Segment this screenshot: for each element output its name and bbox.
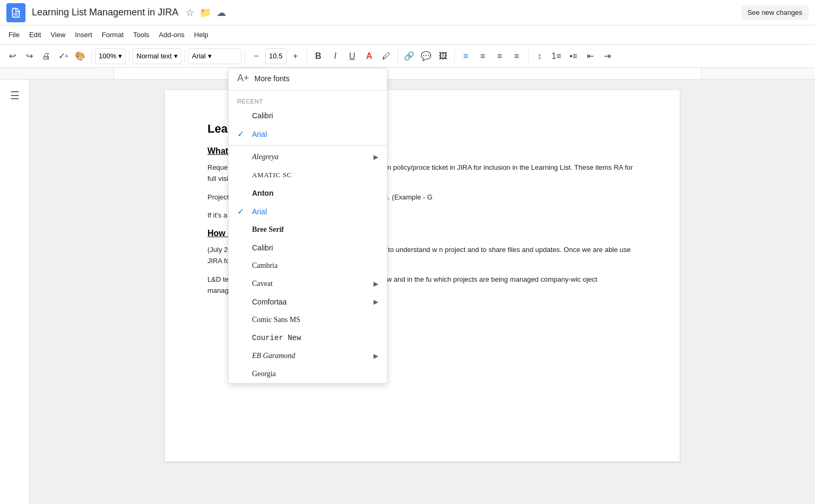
font-family-select[interactable]: Arial ▾: [188, 48, 241, 64]
align-right-button[interactable]: ≡: [492, 48, 508, 64]
divider-3: [185, 50, 185, 63]
folder-icon[interactable]: 📁: [200, 7, 211, 19]
divider-2: [129, 50, 129, 63]
font-size-input[interactable]: 10.5: [265, 48, 287, 64]
link-button[interactable]: 🔗: [401, 48, 417, 64]
divider-8: [528, 50, 528, 63]
image-button[interactable]: 🖼: [435, 48, 451, 64]
zoom-select[interactable]: 100% ▾: [95, 48, 126, 64]
bullet-list-button[interactable]: •≡: [566, 48, 582, 64]
arrow-comfortaa: ▶: [374, 298, 378, 306]
menu-help[interactable]: Help: [190, 29, 213, 41]
more-fonts-icon: A+: [237, 73, 249, 84]
font-family-arrow: ▾: [208, 52, 212, 60]
paint-format-button[interactable]: 🎨: [72, 48, 88, 64]
font-item-bree[interactable]: Bree Serif: [229, 221, 387, 239]
font-size-decrease[interactable]: −: [248, 48, 264, 64]
divider-1: [91, 50, 92, 63]
font-item-amatic[interactable]: Amatic SC: [229, 166, 387, 184]
check-icon-courier: [237, 333, 248, 343]
comment-button[interactable]: 💬: [418, 48, 434, 64]
check-icon-alegreya: [237, 152, 248, 162]
print-button[interactable]: 🖨: [38, 48, 54, 64]
redo-button[interactable]: ↪: [21, 48, 37, 64]
title-bar: Learning List Management in JIRA ☆ 📁 ☁ S…: [0, 0, 815, 25]
title-icons: ☆ 📁 ☁: [186, 7, 226, 19]
check-icon-bree: [237, 225, 248, 234]
font-item-calibri-recent[interactable]: Calibri: [229, 107, 387, 125]
highlight-button[interactable]: 🖊: [378, 48, 394, 64]
divider-6: [397, 50, 398, 63]
menu-edit[interactable]: Edit: [25, 29, 45, 41]
bold-button[interactable]: B: [310, 48, 326, 64]
svg-rect-0: [14, 13, 18, 13]
font-size-increase[interactable]: +: [288, 48, 304, 64]
font-item-alegreya[interactable]: Alegreya ▶: [229, 148, 387, 166]
app-icon: [6, 3, 25, 22]
check-icon-anton: [237, 188, 248, 198]
zoom-value: 100%: [99, 52, 116, 60]
menu-insert[interactable]: Insert: [71, 29, 97, 41]
doc-title: Learning List Management in JIRA: [32, 7, 178, 18]
text-style-select[interactable]: Normal text ▾: [133, 48, 181, 64]
menu-addons[interactable]: Add-ons: [154, 29, 188, 41]
undo-button[interactable]: ↩: [4, 48, 20, 64]
sidebar: ☰: [0, 80, 30, 504]
font-item-arial-recent[interactable]: ✓ Arial: [229, 125, 387, 143]
arrow-eb-garamond: ▶: [374, 352, 378, 360]
dropdown-divider-top: [229, 90, 387, 91]
menu-bar: File Edit View Insert Format Tools Add-o…: [0, 25, 815, 45]
underline-button[interactable]: U: [344, 48, 360, 64]
menu-format[interactable]: Format: [98, 29, 128, 41]
menu-tools[interactable]: Tools: [129, 29, 153, 41]
italic-button[interactable]: I: [327, 48, 343, 64]
check-icon-georgia: [237, 369, 248, 379]
star-icon[interactable]: ☆: [186, 7, 194, 19]
sidebar-outline-icon[interactable]: ☰: [6, 85, 24, 106]
more-fonts-item[interactable]: A+ More fonts: [229, 68, 387, 88]
zoom-arrow: ▾: [118, 52, 122, 60]
menu-file[interactable]: File: [4, 29, 24, 41]
indent-increase-button[interactable]: ⇥: [600, 48, 615, 64]
check-icon-comic: [237, 315, 248, 325]
more-fonts-label: More fonts: [255, 74, 290, 83]
doc-area: Learning What shou Requests fro rial, ad…: [30, 80, 815, 504]
numbered-list-button[interactable]: 1≡: [549, 48, 565, 64]
toolbar: ↩ ↪ 🖨 ✓A 🎨 100% ▾ Normal text ▾ Arial ▾ …: [0, 45, 815, 68]
font-list: Calibri ✓ Arial Alegreya ▶ Amatic SC Ant…: [229, 107, 387, 383]
text-color-button[interactable]: A: [361, 48, 377, 64]
font-item-caveat[interactable]: Caveat ▶: [229, 275, 387, 293]
font-item-calibri-all[interactable]: Calibri: [229, 239, 387, 257]
spell-check-button[interactable]: ✓A: [55, 48, 71, 64]
align-center-button[interactable]: ≡: [475, 48, 491, 64]
arrow-caveat: ▶: [374, 280, 378, 288]
text-style-value: Normal text: [136, 52, 171, 60]
style-arrow: ▾: [174, 52, 178, 60]
font-family-value: Arial: [192, 52, 206, 60]
divider-5: [307, 50, 307, 63]
font-item-georgia[interactable]: Georgia: [229, 365, 387, 383]
check-icon-arial-recent: ✓: [237, 129, 248, 139]
cloud-icon[interactable]: ☁: [216, 7, 226, 19]
font-size-group: − 10.5 +: [248, 48, 304, 64]
check-icon-caveat: [237, 279, 248, 289]
line-spacing-button[interactable]: ↕: [532, 48, 548, 64]
menu-view[interactable]: View: [46, 29, 70, 41]
see-new-changes-button[interactable]: See new changes: [741, 5, 809, 20]
align-justify-button[interactable]: ≡: [509, 48, 525, 64]
font-item-eb-garamond[interactable]: EB Garamond ▶: [229, 347, 387, 365]
check-icon-comfortaa: [237, 297, 248, 307]
check-icon-arial-all: ✓: [237, 206, 248, 216]
font-item-cambria[interactable]: Cambria: [229, 257, 387, 275]
recent-section-label: RECENT: [229, 93, 387, 107]
font-item-anton[interactable]: Anton: [229, 184, 387, 202]
svg-rect-1: [14, 14, 18, 15]
font-item-comfortaa[interactable]: Comfortaa ▶: [229, 293, 387, 311]
font-item-arial-all[interactable]: ✓ Arial: [229, 202, 387, 221]
font-item-courier[interactable]: Courier New: [229, 329, 387, 347]
font-item-comic[interactable]: Comic Sans MS: [229, 311, 387, 329]
align-left-button[interactable]: ≡: [458, 48, 474, 64]
indent-decrease-button[interactable]: ⇤: [583, 48, 599, 64]
check-icon-calibri-recent: [237, 111, 248, 120]
arrow-alegreya: ▶: [374, 153, 378, 161]
